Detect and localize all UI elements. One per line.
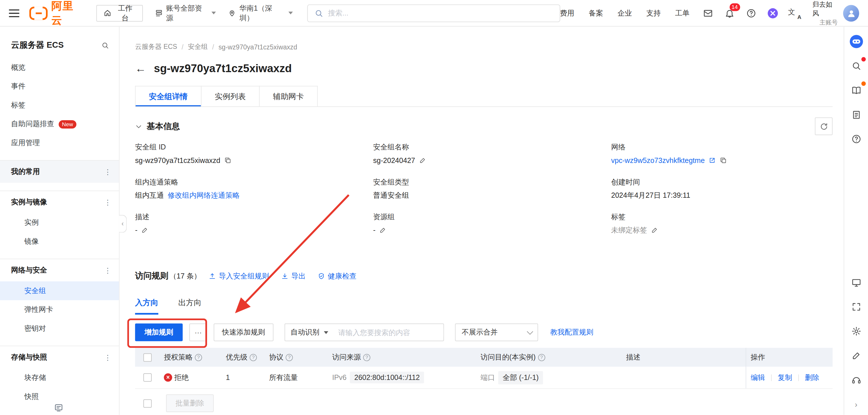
edit-icon[interactable]	[651, 227, 658, 234]
teach-me-link[interactable]: 教我配置规则	[550, 327, 593, 337]
region-dropdown[interactable]: 华南1（深圳）	[228, 3, 293, 23]
breadcrumb-security-groups[interactable]: 安全组	[188, 42, 208, 52]
batch-select-checkbox[interactable]	[143, 399, 152, 408]
tab-inbound[interactable]: 入方向	[135, 298, 158, 315]
delete-rule-link[interactable]: 删除	[805, 373, 819, 383]
back-button[interactable]	[135, 63, 146, 74]
sidebar-item-instances[interactable]: 实例	[0, 213, 119, 232]
clipboard-icon[interactable]	[849, 108, 863, 122]
copy-icon[interactable]	[224, 157, 231, 164]
edit-icon[interactable]	[419, 157, 426, 164]
tab-security-group-details[interactable]: 安全组详情	[135, 86, 202, 106]
more-dots-icon[interactable]	[104, 168, 111, 176]
rail-search-icon[interactable]	[849, 59, 863, 73]
breadcrumb-ecs[interactable]: 云服务器 ECS	[135, 42, 177, 52]
sidebar-item-tags[interactable]: 标签	[0, 96, 119, 115]
rules-title: 访问规则	[135, 271, 168, 281]
clone-rule-link[interactable]: 复制	[778, 373, 792, 383]
feedback-pencil-icon[interactable]	[849, 348, 863, 363]
sidebar-section-network-header[interactable]: 网络与安全	[0, 259, 119, 281]
external-link-icon[interactable]	[709, 157, 716, 164]
field-value: sg-20240427	[373, 155, 415, 166]
more-actions-button[interactable]: ···	[189, 324, 207, 342]
aliyun-logo[interactable]: 阿里云	[30, 0, 83, 27]
sidebar-item-key-pairs[interactable]: 密钥对	[0, 319, 119, 338]
add-rule-button[interactable]: 增加规则	[135, 324, 183, 342]
collapse-rail-icon[interactable]	[849, 397, 863, 412]
nav-link-tickets[interactable]: 工单	[675, 8, 689, 18]
modify-internal-policy-link[interactable]: 修改组内网络连通策略	[168, 190, 240, 201]
sidebar-section-storage-header[interactable]: 存储与快照	[0, 346, 119, 368]
vpc-link[interactable]: vpc-wz9w5zo73zvhkfktegtme	[611, 155, 705, 166]
workbench-button[interactable]: 工作台	[96, 5, 143, 21]
rail-help-icon[interactable]	[849, 132, 863, 146]
sidebar-item-events[interactable]: 事件	[0, 77, 119, 96]
help-icon[interactable]	[195, 354, 202, 361]
section-label: 实例与镜像	[11, 197, 47, 207]
global-search-input[interactable]	[328, 9, 553, 17]
bell-icon[interactable]: 14	[723, 7, 735, 19]
nav-link-support[interactable]: 支持	[646, 8, 661, 18]
sidebar-search-icon[interactable]	[101, 41, 109, 49]
assistant-robot-icon[interactable]	[849, 34, 863, 49]
sidebar-section-instances-header[interactable]: 实例与镜像	[0, 191, 119, 213]
resource-scope-dropdown[interactable]: 账号全部资源	[155, 3, 216, 23]
help-icon[interactable]	[285, 354, 293, 361]
sidebar-item-security-groups[interactable]: 安全组	[0, 281, 119, 300]
edit-icon[interactable]	[141, 227, 149, 234]
fullscreen-scan-icon[interactable]	[849, 300, 863, 314]
sidebar-feedback-icon[interactable]	[54, 403, 63, 414]
global-search[interactable]	[308, 4, 560, 22]
sidebar-section-network: 网络与安全 安全组 弹性网卡 密钥对	[0, 259, 119, 338]
docs-icon[interactable]	[849, 83, 863, 97]
mail-icon[interactable]	[702, 7, 714, 19]
import-rules-link[interactable]: 导入安全组规则	[209, 271, 269, 281]
health-check-link[interactable]: 健康检查	[318, 271, 356, 281]
nav-link-billing[interactable]: 费用	[560, 8, 575, 18]
edit-rule-link[interactable]: 编辑	[750, 373, 765, 383]
help-icon[interactable]	[363, 354, 370, 361]
help-icon[interactable]	[745, 7, 757, 19]
tab-outbound[interactable]: 出方向	[178, 298, 202, 315]
row-checkbox[interactable]	[143, 373, 151, 382]
sidebar-item-app-management[interactable]: 应用管理	[0, 134, 119, 152]
copy-icon[interactable]	[720, 157, 727, 164]
tab-secondary-enis[interactable]: 辅助网卡	[259, 86, 318, 106]
monitor-icon[interactable]	[849, 275, 863, 290]
sidebar-item-overview[interactable]: 概览	[0, 58, 119, 77]
hamburger-menu-icon[interactable]	[9, 9, 20, 17]
sidebar-collapse-handle[interactable]	[119, 215, 127, 233]
quick-add-rule-button[interactable]: 快速添加规则	[214, 324, 273, 342]
collapse-section-icon[interactable]	[135, 123, 142, 130]
sidebar-item-label: 实例	[24, 217, 39, 228]
sidebar-section-favorites-header[interactable]: 我的常用	[0, 161, 119, 183]
field-value: sg-wz970ya7t1cz5xiwaxzd	[135, 155, 220, 166]
gear-icon[interactable]	[849, 324, 863, 338]
sidebar-item-block-storage[interactable]: 块存储	[0, 368, 119, 387]
select-all-checkbox[interactable]	[143, 353, 151, 361]
sidebar-item-self-diagnosis[interactable]: 自助问题排查 New	[0, 115, 119, 134]
sidebar-item-enis[interactable]: 弹性网卡	[0, 300, 119, 319]
field-description: 描述 -	[135, 213, 373, 235]
match-mode-select[interactable]: 自动识别	[285, 324, 334, 340]
nav-link-icp[interactable]: 备案	[589, 8, 603, 18]
promo-icon[interactable]	[766, 7, 778, 19]
more-dots-icon[interactable]	[104, 266, 111, 274]
sidebar-item-images[interactable]: 镜像	[0, 232, 119, 251]
more-dots-icon[interactable]	[104, 198, 111, 206]
batch-delete-button[interactable]: 批量删除	[166, 394, 214, 412]
help-icon[interactable]	[538, 354, 545, 361]
refresh-button[interactable]	[815, 118, 833, 136]
nav-link-enterprise[interactable]: 企业	[618, 8, 632, 18]
export-link[interactable]: 导出	[281, 271, 306, 281]
tab-instance-list[interactable]: 实例列表	[201, 86, 260, 106]
headset-icon[interactable]	[849, 373, 863, 387]
help-icon[interactable]	[250, 354, 257, 361]
avatar[interactable]	[843, 5, 859, 21]
edit-icon[interactable]	[379, 227, 386, 234]
merge-display-select[interactable]: 不展示合并	[455, 324, 538, 342]
account-info[interactable]: 归去如风 主账号	[812, 0, 859, 26]
rules-search-input[interactable]	[334, 328, 443, 336]
language-icon[interactable]	[788, 7, 801, 19]
more-dots-icon[interactable]	[104, 353, 111, 361]
